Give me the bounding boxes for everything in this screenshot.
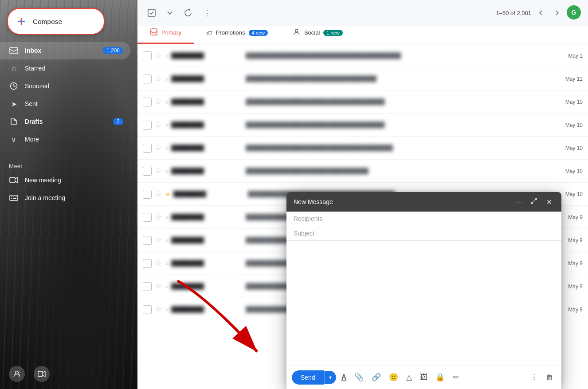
star-toggle[interactable]: ☆ <box>155 189 162 199</box>
video-icon <box>9 175 19 185</box>
sidebar-item-snoozed[interactable]: Snoozed <box>0 77 130 95</box>
compose-button[interactable]: Compose <box>7 8 105 35</box>
important-marker: › <box>165 306 168 314</box>
important-marker: › <box>165 259 168 267</box>
social-badge: 1 new <box>323 30 342 36</box>
tab-primary[interactable]: Primary <box>137 23 194 44</box>
social-tab-icon <box>293 28 301 37</box>
important-marker: › <box>165 121 168 129</box>
star-toggle[interactable]: ☆ <box>155 305 162 314</box>
expand-icon <box>531 198 537 206</box>
email-sender: ████████ <box>171 75 242 82</box>
insert-signature-button[interactable]: ✏ <box>450 370 462 385</box>
tab-promotions[interactable]: 🏷 Promotions 4 new <box>194 23 280 44</box>
compose-window: New Message — ✕ <box>286 192 561 389</box>
email-date: May 8 <box>568 306 583 313</box>
important-marker: › <box>165 75 168 83</box>
compose-body[interactable] <box>286 241 561 365</box>
star-toggle[interactable]: ☆ <box>155 51 162 60</box>
row-checkbox[interactable] <box>143 51 152 60</box>
star-toggle[interactable]: ☆ <box>155 143 162 153</box>
row-checkbox[interactable] <box>143 144 152 153</box>
sidebar-item-drafts[interactable]: Drafts 2 <box>0 113 130 130</box>
star-toggle[interactable]: ☆ <box>155 120 162 130</box>
row-checkbox[interactable] <box>143 121 152 130</box>
important-marker: › <box>165 98 168 106</box>
refresh-button[interactable] <box>181 6 195 20</box>
row-checkbox[interactable] <box>143 236 152 245</box>
email-date: May 10 <box>565 168 583 174</box>
row-checkbox[interactable] <box>143 75 152 83</box>
sidebar-item-sent[interactable]: ➤ Sent <box>0 95 130 113</box>
insert-link-button[interactable]: 🔗 <box>369 370 384 385</box>
profile-avatar[interactable]: G <box>567 5 581 20</box>
row-checkbox[interactable] <box>143 305 152 314</box>
discard-draft-button[interactable]: 🗑 <box>543 370 556 385</box>
attach-file-button[interactable]: 📎 <box>352 370 366 385</box>
star-toggle[interactable]: ☆ <box>155 74 162 83</box>
compose-close-button[interactable]: ✕ <box>544 196 554 207</box>
row-checkbox[interactable] <box>143 259 152 268</box>
sidebar-item-starred[interactable]: ☆ Starred <box>0 59 130 77</box>
email-row[interactable]: ☆ › ████████ ███████████████████████████… <box>137 67 588 90</box>
compose-expand-button[interactable] <box>529 196 539 207</box>
email-subject: ████████████████████████████████████ <box>246 145 558 151</box>
manage-account-button[interactable] <box>9 366 25 382</box>
row-checkbox[interactable] <box>143 282 152 291</box>
google-meet-footer-icon[interactable] <box>34 366 50 382</box>
send-main-button[interactable]: Send <box>292 370 324 385</box>
email-row[interactable]: ☆ › ████████ ███████████████████████████… <box>137 90 588 114</box>
select-all-button[interactable] <box>145 6 159 20</box>
snoozed-label: Snoozed <box>25 83 123 90</box>
recipients-placeholder: Recipients <box>294 215 322 222</box>
svg-rect-14 <box>38 371 43 377</box>
more-options-button[interactable]: ⋮ <box>200 5 214 20</box>
star-toggle[interactable]: ☆ <box>155 236 162 245</box>
tab-social[interactable]: Social 1 new <box>280 23 355 44</box>
select-dropdown-button[interactable] <box>164 7 176 19</box>
email-row[interactable]: ☆ › ████████ ███████████████████████████… <box>137 114 588 137</box>
next-page-button[interactable] <box>551 7 563 19</box>
email-row[interactable]: ☆ › ████████ ███████████████████████████… <box>137 137 588 160</box>
more-compose-options-button[interactable]: ⋮ <box>528 370 541 385</box>
compose-label: Compose <box>33 18 62 25</box>
prev-page-button[interactable] <box>535 7 547 19</box>
compose-recipients-field[interactable]: Recipients <box>286 212 561 226</box>
sidebar-item-more[interactable]: ∨ More <box>0 130 130 148</box>
send-dropdown-button[interactable]: ▾ <box>324 371 336 384</box>
insert-confidential-button[interactable]: 🔒 <box>433 370 447 385</box>
close-icon: ✕ <box>546 198 552 206</box>
compose-minimize-button[interactable]: — <box>514 196 524 207</box>
star-icon: ☆ <box>9 63 19 73</box>
star-toggle[interactable]: ☆ <box>155 212 162 222</box>
trash-icon: 🗑 <box>546 373 553 382</box>
email-row[interactable]: ☆ › ████████ ███████████████████████████… <box>137 160 588 183</box>
row-checkbox[interactable] <box>143 190 152 199</box>
insert-photo-button[interactable]: 🖼 <box>417 370 430 385</box>
email-date: May 11 <box>565 76 583 82</box>
promotions-badge: 4 new <box>249 30 268 36</box>
format-text-button[interactable]: A <box>339 371 349 384</box>
important-marker: › <box>165 213 168 221</box>
sidebar-item-join-meeting[interactable]: Join a meeting <box>0 189 130 207</box>
sidebar-content: Compose Inbox 1,206 ☆ Starred <box>0 0 137 207</box>
insert-emoji-button[interactable]: 🙂 <box>386 370 401 385</box>
row-checkbox[interactable] <box>143 167 152 176</box>
star-toggle[interactable]: ☆ <box>155 259 162 268</box>
compose-subject-field[interactable]: Subject <box>286 226 561 241</box>
star-toggle[interactable]: ☆ <box>155 97 162 106</box>
star-toggle[interactable]: ☆ <box>155 166 162 176</box>
email-row[interactable]: ☆ › ████████ ███████████████████████████… <box>137 44 588 67</box>
avatar-image[interactable]: G <box>567 5 581 20</box>
insert-drive-button[interactable]: △ <box>404 370 415 385</box>
row-checkbox[interactable] <box>143 98 152 106</box>
sidebar-item-inbox[interactable]: Inbox 1,206 <box>0 42 130 59</box>
sidebar-item-new-meeting[interactable]: New meeting <box>0 171 130 189</box>
star-toggle[interactable]: ☆ <box>155 282 162 291</box>
row-checkbox[interactable] <box>143 213 152 222</box>
svg-point-21 <box>295 29 298 32</box>
keyboard-icon <box>9 193 19 203</box>
top-toolbar: ⋮ 1–50 of 2,081 <box>137 0 588 26</box>
nav-divider <box>7 152 130 152</box>
primary-tab-icon <box>150 28 158 37</box>
